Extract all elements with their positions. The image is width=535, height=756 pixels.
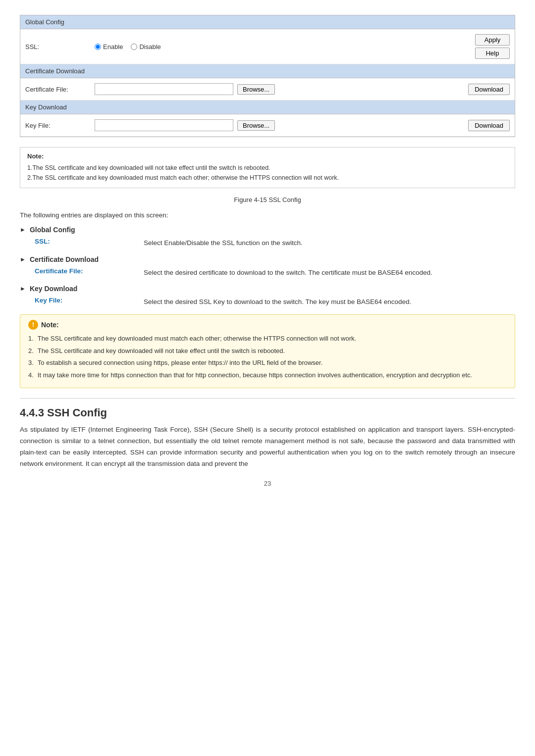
entry-row-cert-file: Certificate File: Select the desired cer… [35, 267, 515, 278]
global-config-actions: Apply Help [475, 34, 510, 59]
help-button[interactable]: Help [475, 48, 510, 59]
key-download-header: Key Download [20, 101, 515, 114]
warn-note-title: Note: [41, 321, 59, 329]
arrow-icon-key: ► [20, 285, 26, 292]
certificate-file-content: Browse... [95, 83, 463, 95]
inline-note-title: Note: [27, 152, 508, 160]
arrow-icon-global: ► [20, 226, 26, 233]
certificate-file-label: Certificate File: [25, 86, 95, 93]
warn-note-item-1: 1. The SSL certificate and key downloade… [28, 334, 507, 344]
certificate-file-input[interactable] [95, 83, 233, 95]
warn-note-item-3: 3. To establish a secured connection usi… [28, 358, 507, 368]
entry-row-key-file: Key File: Select the desired SSL Key to … [35, 297, 515, 307]
warn-note-item-4: 4. It may take more time for https conne… [28, 370, 507, 381]
entry-section-cert: ► Certificate Download Certificate File:… [20, 255, 515, 278]
warn-note-list: 1. The SSL certificate and key downloade… [28, 334, 507, 381]
entry-def-ssl: Select Enable/Disable the SSL function o… [144, 238, 303, 249]
key-file-row: Key File: Browse... Download [20, 114, 515, 137]
arrow-icon-cert: ► [20, 256, 26, 263]
certificate-browse-button[interactable]: Browse... [237, 84, 275, 95]
entry-row-ssl: SSL: Select Enable/Disable the SSL funct… [35, 238, 515, 249]
key-file-content: Browse... [95, 119, 463, 131]
entry-term-cert-file: Certificate File: [35, 267, 144, 278]
entry-term-ssl: SSL: [35, 238, 144, 249]
apply-button[interactable]: Apply [475, 34, 510, 46]
entry-section-title-global: Global Config [30, 226, 75, 234]
key-browse-button[interactable]: Browse... [237, 120, 275, 131]
inline-note-item-2: 2.The SSL certificate and key downloaded… [27, 173, 508, 183]
entry-section-global: ► Global Config SSL: Select Enable/Disab… [20, 226, 515, 249]
warn-note-header: ! Note: [28, 320, 507, 330]
warning-icon: ! [28, 320, 38, 330]
entry-section-title-key: Key Download [30, 285, 77, 293]
entry-def-key-file: Select the desired SSL Key to download t… [144, 297, 411, 307]
inline-note-item-1: 1.The SSL certificate and key downloaded… [27, 163, 508, 173]
global-config-header: Global Config [20, 15, 515, 29]
certificate-download-section: Certificate Download Certificate File: B… [20, 64, 515, 101]
ssl-radio-group: Enable Disable [95, 43, 470, 50]
entry-term-key-file: Key File: [35, 297, 144, 307]
certificate-download-action: Download [468, 84, 510, 95]
key-file-input[interactable] [95, 119, 233, 131]
warn-note-item-2: 2. The SSL certificate and key downloade… [28, 346, 507, 356]
key-download-button[interactable]: Download [468, 120, 510, 131]
ssh-body: As stipulated by IETF (Internet Engineer… [20, 424, 515, 470]
certificate-download-button[interactable]: Download [468, 84, 510, 95]
section-divider [20, 398, 515, 399]
ssl-enable-radio[interactable]: Enable [95, 43, 123, 50]
entry-def-cert-file: Select the desired certificate to downlo… [144, 267, 432, 278]
certificate-file-row: Certificate File: Browse... Download [20, 78, 515, 101]
certificate-download-header: Certificate Download [20, 64, 515, 78]
ssl-label: SSL: [25, 43, 95, 50]
global-config-section: Global Config SSL: Enable Disable Apply [20, 15, 515, 64]
entry-section-key: ► Key Download Key File: Select the desi… [20, 285, 515, 307]
entry-section-title-cert: Certificate Download [30, 255, 99, 263]
config-table: Global Config SSL: Enable Disable Apply [20, 15, 515, 137]
ssl-disable-radio[interactable]: Disable [131, 43, 160, 50]
figure-caption: Figure 4-15 SSL Config [20, 196, 515, 203]
key-download-section: Key Download Key File: Browse... Downloa… [20, 101, 515, 137]
inline-note-box: Note: 1.The SSL certificate and key down… [20, 147, 515, 188]
ssh-heading: 4.4.3 SSH Config [20, 406, 515, 419]
key-file-label: Key File: [25, 122, 95, 129]
page-number: 23 [20, 480, 515, 487]
entries-intro: The following entries are displayed on t… [20, 211, 515, 219]
ssl-row: SSL: Enable Disable Apply Help [20, 29, 515, 64]
warn-note-box: ! Note: 1. The SSL certificate and key d… [20, 314, 515, 388]
key-download-action: Download [468, 120, 510, 131]
